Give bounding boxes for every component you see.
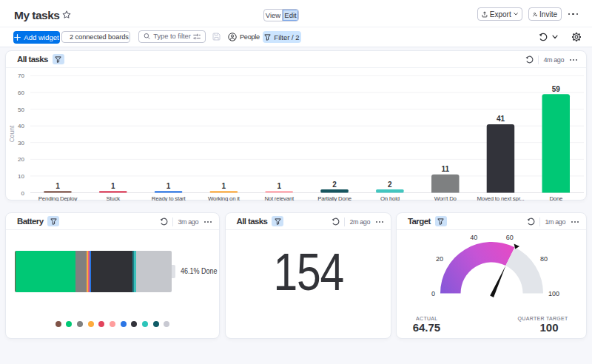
- svg-text:Not relevant: Not relevant: [264, 195, 295, 201]
- svg-text:64.75: 64.75: [413, 321, 441, 334]
- svg-text:0: 0: [431, 290, 435, 297]
- svg-text:Stuck: Stuck: [107, 195, 121, 201]
- svg-text:1: 1: [222, 182, 226, 190]
- svg-text:59: 59: [552, 85, 561, 93]
- svg-text:0: 0: [21, 190, 25, 197]
- svg-text:40: 40: [18, 123, 24, 129]
- svg-text:Pending Deploy: Pending Deploy: [38, 195, 78, 201]
- svg-text:On hold: On hold: [380, 195, 400, 201]
- svg-text:20: 20: [18, 156, 24, 163]
- svg-text:2: 2: [388, 181, 392, 189]
- svg-text:Won't Do: Won't Do: [434, 195, 457, 201]
- svg-text:10: 10: [18, 173, 24, 180]
- svg-text:Ready to start: Ready to start: [152, 195, 186, 201]
- svg-text:41: 41: [497, 115, 505, 123]
- svg-text:1: 1: [111, 182, 115, 190]
- svg-text:11: 11: [441, 165, 449, 173]
- svg-text:1: 1: [56, 182, 60, 190]
- svg-text:Moved to next spr...: Moved to next spr...: [477, 195, 524, 201]
- svg-text:100: 100: [539, 321, 558, 334]
- svg-text:2: 2: [332, 181, 337, 189]
- svg-text:100: 100: [548, 290, 559, 297]
- svg-text:Done: Done: [549, 195, 562, 201]
- svg-text:60: 60: [506, 234, 514, 241]
- svg-text:1: 1: [166, 182, 171, 190]
- svg-text:70: 70: [18, 73, 24, 79]
- svg-text:20: 20: [436, 255, 443, 263]
- svg-text:1: 1: [277, 182, 281, 190]
- svg-text:ACTUAL: ACTUAL: [416, 316, 437, 321]
- svg-text:60: 60: [18, 90, 24, 96]
- svg-text:30: 30: [18, 140, 24, 146]
- svg-text:50: 50: [18, 107, 24, 113]
- svg-text:Working on it: Working on it: [208, 195, 240, 201]
- svg-text:40: 40: [470, 234, 477, 241]
- svg-text:80: 80: [540, 255, 548, 263]
- svg-text:Count: Count: [8, 125, 16, 142]
- svg-text:Partially Done: Partially Done: [317, 195, 352, 201]
